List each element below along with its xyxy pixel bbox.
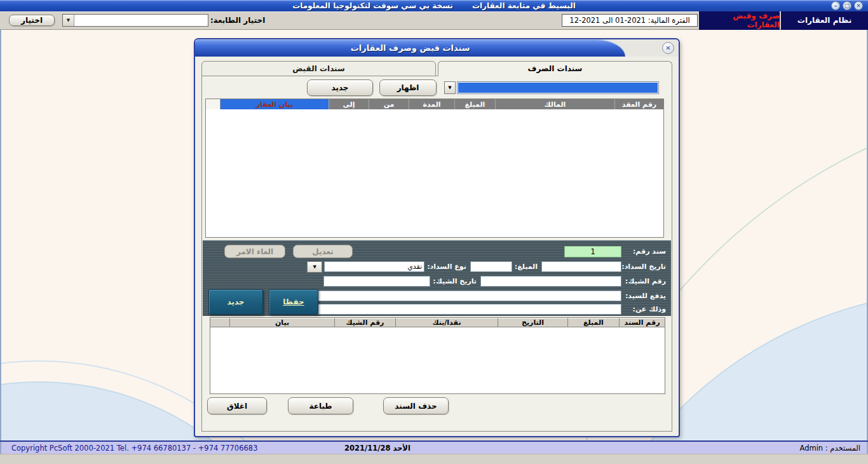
column-header-voucher-no[interactable]: رقم السند <box>619 318 665 327</box>
pay-type-combobox[interactable]: نقدي <box>324 261 424 272</box>
column-header-cash-bank[interactable]: نقدا/بنك <box>395 318 498 327</box>
status-bar: Copyright PcSoft 2000-2021 Tel. +974 667… <box>0 442 868 454</box>
status-user: المستخدم : Admin <box>800 444 861 453</box>
regarding-input[interactable] <box>288 304 621 315</box>
column-header-amount[interactable]: المبلغ <box>454 99 495 109</box>
dialog-tabs: سندات الصرف سندات القبض <box>201 61 672 76</box>
copyright-text: Copyright PcSoft 2000-2021 Tel. +974 667… <box>11 444 257 453</box>
main-work-area: سندات قبض وصرف العقارات ✕ سندات الصرف سن… <box>0 30 868 440</box>
dialog-title-ribbon: سندات قبض وصرف العقارات <box>195 39 625 57</box>
column-header-date[interactable]: التاريخ <box>498 318 567 327</box>
app-subtitle: نسخة بي سي سوفت لتكنولوجيا المعلومات <box>292 0 453 11</box>
dialog-button-row: اغلاق طباعة حذف السند <box>207 397 449 414</box>
tab-real-estate-system[interactable]: نظام العقارات <box>781 11 868 30</box>
column-header-contract-no[interactable]: رقم العقد <box>614 99 663 109</box>
tab-disbursement-vouchers[interactable]: سندات الصرف <box>438 61 672 76</box>
payment-row: تاريخ السداد: المبلغ: نوع السداد: نقدي ▼ <box>208 259 666 274</box>
column-header-owner[interactable]: المالك <box>495 99 614 109</box>
edit-button[interactable]: تعديل <box>293 245 353 258</box>
tab-content-frame: ▼ اظهار جديد رقم العقد المالك المبلغ الم… <box>201 76 672 432</box>
contracts-table: رقم العقد المالك المبلغ المدة من إلى بيا… <box>205 99 664 238</box>
column-header-description[interactable]: بيان <box>229 318 334 327</box>
voucher-number-row: سند رقم: 1 تعديل الغاء الامر <box>208 243 666 259</box>
voucher-no-field[interactable]: 1 <box>564 246 621 257</box>
application-window: البسيط في متابعة العقارات نسخة بي سي سوف… <box>0 0 868 464</box>
pay-date-input[interactable] <box>541 261 621 272</box>
column-header-selector <box>206 99 220 109</box>
fiscal-period-field: الفترة المالية: 2021-01 الى 2021-12 <box>562 14 698 27</box>
maximize-icon[interactable]: □ <box>843 1 851 10</box>
voucher-entry-panel: سند رقم: 1 تعديل الغاء الامر تاريخ السدا… <box>203 240 671 316</box>
column-header-to[interactable]: إلى <box>329 99 369 109</box>
navigation-bar: نظام العقارات صرف وقبض العقارات الفترة ا… <box>0 11 868 30</box>
contracts-table-header: رقم العقد المالك المبلغ المدة من إلى بيا… <box>206 99 663 109</box>
contract-filter-combobox[interactable] <box>457 81 659 94</box>
new-voucher-button[interactable]: جديد <box>307 79 373 96</box>
vouchers-table-header: رقم السند المبلغ التاريخ نقدا/بنك رقم ال… <box>210 318 665 327</box>
app-title: البسيط في متابعة العقارات <box>472 0 576 11</box>
pay-to-input[interactable] <box>288 290 621 301</box>
regarding-label: وذلك عن: <box>621 305 666 313</box>
amount-label: المبلغ: <box>515 263 538 271</box>
dialog-title: سندات قبض وصرف العقارات <box>351 43 470 53</box>
vouchers-dialog: سندات قبض وصرف العقارات ✕ سندات الصرف سن… <box>194 38 680 437</box>
amount-input[interactable] <box>470 261 512 272</box>
chevron-down-icon[interactable]: ▼ <box>63 15 74 26</box>
choose-printer-button[interactable]: اختيار <box>9 15 55 26</box>
cheque-date-input[interactable] <box>323 276 430 287</box>
vouchers-table: رقم السند المبلغ التاريخ نقدا/بنك رقم ال… <box>210 317 665 394</box>
column-header-selector <box>210 318 229 327</box>
cheque-row: رقم الشيك: تاريخ الشيك: <box>208 274 666 289</box>
column-header-cheque-no[interactable]: رقم الشيك <box>334 318 395 327</box>
column-header-property-desc[interactable]: بيان العقار <box>220 99 329 109</box>
voucher-no-label: سند رقم: <box>621 247 666 256</box>
dialog-close-icon[interactable]: ✕ <box>662 42 674 54</box>
printer-select-label: اختيار الطابعة: <box>210 16 265 25</box>
show-button[interactable]: اظهار <box>379 79 437 96</box>
delete-voucher-button[interactable]: حذف السند <box>383 397 449 414</box>
cheque-no-label: رقم الشيك: <box>621 277 666 285</box>
pay-type-label: نوع السداد: <box>427 263 466 271</box>
window-titlebar: البسيط في متابعة العقارات نسخة بي سي سوف… <box>0 0 868 11</box>
tab-receipt-vouchers[interactable]: سندات القبض <box>201 61 436 76</box>
window-controls: – □ ✕ <box>831 1 863 10</box>
dialog-toolbar: ▼ اظهار جديد <box>202 78 672 98</box>
tab-pay-receive[interactable]: صرف وقبض العقارات <box>699 11 780 30</box>
minimize-icon[interactable]: – <box>831 1 840 10</box>
printer-select-value <box>74 15 208 26</box>
chevron-down-icon[interactable]: ▼ <box>444 81 456 94</box>
column-header-from[interactable]: من <box>369 99 409 109</box>
new-entry-button[interactable]: جديد <box>208 289 263 315</box>
pay-date-label: تاريخ السداد: <box>621 263 666 271</box>
cheque-date-label: تاريخ الشيك: <box>433 277 477 285</box>
save-button[interactable]: حفظا <box>269 289 318 315</box>
status-date: الأحد 2021/11/28 <box>344 444 410 453</box>
dialog-titlebar: سندات قبض وصرف العقارات ✕ <box>195 39 679 57</box>
close-dialog-button[interactable]: اغلاق <box>207 397 267 414</box>
chevron-down-icon[interactable]: ▼ <box>307 261 322 273</box>
pay-to-label: يدفع للسيد: <box>621 292 666 300</box>
column-header-amount[interactable]: المبلغ <box>567 318 619 327</box>
cancel-command-button[interactable]: الغاء الامر <box>224 245 285 258</box>
vouchers-table-body[interactable] <box>210 327 665 393</box>
contracts-table-body[interactable] <box>206 109 663 237</box>
bottom-strip <box>0 454 868 464</box>
cheque-no-input[interactable] <box>480 276 621 287</box>
column-header-duration[interactable]: المدة <box>409 99 454 109</box>
close-icon[interactable]: ✕ <box>854 1 863 10</box>
print-button[interactable]: طباعة <box>288 397 353 414</box>
printer-select-combobox[interactable]: ▼ <box>62 14 208 27</box>
